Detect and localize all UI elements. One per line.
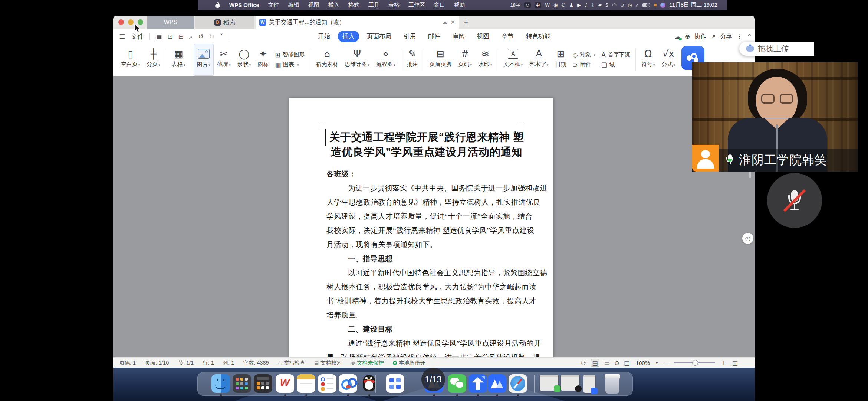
menu-app-name[interactable]: WPS Office	[229, 2, 259, 8]
status-拼写检查[interactable]: ◌拼写检查	[278, 359, 305, 366]
toolbar-watermark-button[interactable]: ≋水印▾	[475, 44, 496, 76]
menu-item-文件[interactable]: 文件	[268, 1, 279, 9]
wifi-icon[interactable]: ◠	[612, 3, 616, 7]
hamburger-menu-icon[interactable]: ☰	[119, 32, 125, 40]
trash-icon[interactable]	[604, 374, 621, 394]
toolbar-smartart-button[interactable]: ⊞智能图形	[275, 51, 305, 59]
menu-item-窗口[interactable]: 窗口	[434, 1, 445, 9]
more-options-icon[interactable]: ⋮	[737, 33, 743, 40]
doc-close-icon[interactable]: ✕	[450, 19, 455, 26]
ime-lang-badge[interactable]: 中	[535, 2, 541, 8]
toolbar-comment-button[interactable]: ✎批注	[404, 44, 421, 76]
collapse-ribbon-icon[interactable]: ⌃	[747, 33, 752, 40]
user-icon[interactable]: ⊙	[620, 3, 624, 7]
toolbar-mindmap-button[interactable]: Ψ思维导图▾	[341, 44, 373, 76]
zoom-slider-knob[interactable]	[692, 360, 698, 366]
toolbar-icon-library-button[interactable]: ✦图标	[254, 44, 272, 76]
menu-item-表格[interactable]: 表格	[388, 1, 400, 9]
status-文档未保护[interactable]: ⊗文档未保护	[351, 359, 384, 366]
apple-icon[interactable]	[215, 2, 220, 8]
menu-clock[interactable]: 11月8日 周二 19:02	[669, 1, 717, 9]
cloud-saved-icon[interactable]: ☁	[675, 33, 681, 40]
ribbon-tab-邮件[interactable]: 邮件	[424, 31, 445, 42]
print-icon[interactable]: ⊟	[178, 33, 183, 40]
ribbon-tab-页面布局[interactable]: 页面布局	[362, 31, 396, 42]
dock-cloud-drive-icon[interactable]	[339, 374, 357, 393]
dock-launchpad-icon[interactable]	[233, 374, 251, 393]
fit-page-icon[interactable]: ◱	[732, 359, 738, 366]
dock-finder-icon[interactable]	[211, 374, 230, 393]
dock-wps-office-icon[interactable]: W	[276, 374, 294, 393]
toolbar-symbol-button[interactable]: Ω符号▾	[638, 44, 658, 76]
tab-wps-home[interactable]: WPS	[147, 16, 194, 29]
toolbar-wordart-button[interactable]: A艺术字▾	[526, 44, 552, 76]
toolbar-drop-cap-button[interactable]: A首字下沉	[601, 51, 630, 59]
microphone-muted-button[interactable]	[767, 173, 822, 228]
dock-safari-icon[interactable]	[509, 374, 527, 393]
fullscreen-icon[interactable]: ◰	[624, 359, 630, 366]
invite-user-icon[interactable]: ⊕	[685, 33, 690, 40]
more-icon[interactable]: ˅	[220, 33, 223, 40]
qq-icon[interactable]: ♟	[569, 3, 573, 7]
close-window-button[interactable]	[118, 19, 124, 25]
ribbon-tab-审阅[interactable]: 审阅	[448, 31, 469, 42]
drag-upload-panel[interactable]: 拖拽上传	[739, 42, 814, 56]
outline-view-icon[interactable]: ☰	[604, 359, 609, 366]
zoom-dropdown-icon[interactable]: ▾	[656, 361, 658, 365]
dock-calculator-icon[interactable]	[254, 374, 272, 393]
new-tab-button[interactable]: +	[461, 17, 471, 27]
zoom-slider[interactable]	[674, 362, 715, 363]
toolbar-textbox-button[interactable]: A文本框▾	[500, 44, 526, 76]
play-icon[interactable]: ▶	[577, 3, 581, 7]
dock-reminders-icon[interactable]	[318, 374, 336, 393]
status-文档校对[interactable]: ▤文档校对	[314, 359, 342, 366]
toolbar-picture-button[interactable]: 图片▾	[194, 44, 214, 76]
tab-document[interactable]: W 关于交通工程...的通知（改） ☁ ✕	[256, 16, 459, 29]
history-clock-icon[interactable]: ◷	[742, 233, 753, 244]
zoom-out-button[interactable]: −	[664, 359, 668, 366]
menu-item-工具[interactable]: 工具	[368, 1, 379, 9]
doc-cloud-sync-icon[interactable]: ☁	[442, 19, 447, 26]
ribbon-tab-引用[interactable]: 引用	[399, 31, 420, 42]
ribbon-tab-插入[interactable]: 插入	[338, 31, 359, 42]
ribbon-tab-开始[interactable]: 开始	[313, 31, 335, 42]
word-doc-icon[interactable]: W	[545, 3, 550, 7]
siri-icon[interactable]	[660, 3, 665, 8]
print-preview-icon[interactable]: ⌕	[189, 33, 193, 40]
menu-item-工作区[interactable]: 工作区	[408, 1, 425, 9]
toolbar-chart-button[interactable]: ▥图表▾	[275, 61, 305, 69]
document-page[interactable]: 关于交通工程学院开展“践行恩来精神 塑造优良学风”学风重点建设月活动的通知 各班…	[289, 98, 553, 357]
minimize-window-button[interactable]	[128, 19, 134, 25]
toolbar-blank-page-button[interactable]: ▯空白页▾	[118, 44, 144, 76]
toolbar-table-button[interactable]: ▦表格▾	[168, 44, 189, 76]
undo-icon[interactable]: ↺	[198, 33, 203, 40]
toolbar-page-number-button[interactable]: #页码▾	[455, 44, 476, 76]
share-button[interactable]: 分享	[720, 33, 732, 40]
wechat-icon[interactable]: ✆	[561, 3, 565, 7]
redo-icon[interactable]: ↻	[209, 33, 214, 40]
export-icon[interactable]: ⊡	[167, 33, 172, 40]
menu-item-格式[interactable]: 格式	[348, 1, 359, 9]
wps-cloud-icon[interactable]: ◉	[553, 3, 558, 7]
volume-icon[interactable]: ♪	[585, 3, 588, 7]
battery-icon[interactable]: ▰	[598, 3, 602, 7]
dock-docs-app-icon[interactable]	[386, 374, 404, 393]
toolbar-flowchart-button[interactable]: ⋄流程图▾	[373, 44, 399, 76]
menu-item-帮助[interactable]: 帮助	[454, 1, 465, 9]
ribbon-tab-章节[interactable]: 章节	[497, 31, 518, 42]
spotlight-icon[interactable]: ⌕	[636, 3, 638, 7]
ribbon-tab-视图[interactable]: 视图	[473, 31, 494, 42]
dock-notes-icon[interactable]	[297, 374, 315, 393]
minimized-window-window-thumb-qq[interactable]	[561, 375, 579, 391]
toolbar-field-button[interactable]: ❏域	[601, 61, 630, 69]
share-icon[interactable]: ↗	[711, 33, 716, 40]
zoom-value[interactable]: 100%	[636, 360, 650, 366]
toolbar-date-button[interactable]: ⊞日期	[552, 44, 570, 76]
toolbar-attachment-button[interactable]: ⊃附件	[573, 61, 596, 69]
menu-item-视图[interactable]: 视图	[308, 1, 319, 9]
collaborate-button[interactable]: 协作	[694, 33, 706, 40]
shadowsocks-icon[interactable]: S	[605, 3, 608, 7]
menu-item-编辑[interactable]: 编辑	[288, 1, 299, 9]
web-view-icon[interactable]: ⊕	[614, 359, 619, 366]
minimized-window-window-thumb-wechat[interactable]	[540, 375, 558, 391]
